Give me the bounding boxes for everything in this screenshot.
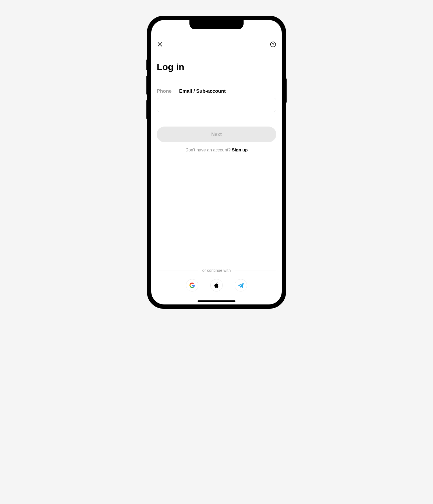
- page-title: Log in: [157, 62, 276, 72]
- login-input[interactable]: [157, 98, 276, 112]
- screen: Log in Phone Email / Sub-account Next Do…: [151, 20, 282, 304]
- signup-row: Don't have an account? Sign up: [157, 148, 276, 152]
- tab-email[interactable]: Email / Sub-account: [179, 88, 226, 94]
- google-icon: [189, 283, 195, 288]
- social-divider: or continue with: [157, 268, 276, 273]
- notch: [189, 20, 244, 29]
- signup-link[interactable]: Sign up: [232, 148, 248, 152]
- help-icon: [270, 41, 276, 47]
- tab-phone[interactable]: Phone: [157, 88, 172, 94]
- divider-line: [157, 270, 198, 270]
- signup-prompt: Don't have an account?: [185, 148, 232, 152]
- svg-point-3: [273, 45, 273, 46]
- divider-label: or continue with: [202, 268, 231, 273]
- phone-side-button: [146, 100, 147, 119]
- login-content: Log in Phone Email / Sub-account Next Do…: [151, 20, 282, 304]
- apple-icon: [214, 283, 219, 288]
- social-login-row: [157, 279, 276, 291]
- next-button[interactable]: Next: [157, 127, 276, 142]
- help-button[interactable]: [270, 41, 276, 48]
- phone-frame: Log in Phone Email / Sub-account Next Do…: [147, 16, 286, 308]
- telegram-icon: [238, 283, 244, 288]
- login-method-tabs: Phone Email / Sub-account: [157, 88, 276, 94]
- phone-side-button: [286, 78, 287, 103]
- close-button[interactable]: [157, 41, 163, 48]
- divider-line: [235, 270, 276, 270]
- google-login-button[interactable]: [186, 279, 198, 291]
- telegram-login-button[interactable]: [235, 279, 247, 291]
- close-icon: [158, 42, 162, 47]
- home-indicator: [198, 300, 235, 302]
- spacer: [157, 152, 276, 268]
- apple-login-button[interactable]: [210, 279, 223, 291]
